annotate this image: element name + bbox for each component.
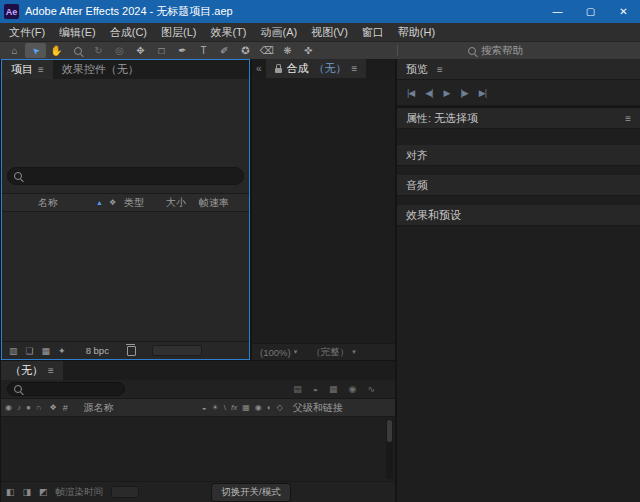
mini-flowchart-icon[interactable]: ▤ [293,384,302,394]
shy-icon[interactable]: ◒ [202,403,207,412]
first-frame-button[interactable]: |◀ [407,88,414,98]
panel-menu-icon[interactable]: ≡ [352,63,358,74]
preview-title: 预览 [406,62,428,77]
frame-blend-icon[interactable]: ▦ [329,384,338,394]
menu-layer[interactable]: 图层(L) [154,25,203,40]
effects-presets-panel-header[interactable]: 效果和预设 [397,205,640,226]
right-panel-empty-area [397,226,640,502]
menu-help[interactable]: 帮助(H) [391,25,442,40]
panel-menu-icon[interactable]: ≡ [38,64,44,75]
preview-transport: |◀ ◀| ▶ |▶ ▶| [397,80,640,106]
shape-tool-icon[interactable]: □ [151,43,172,58]
tab-composition[interactable]: 合成 （无） ≡ [266,59,367,78]
index-column-icon[interactable]: # [63,403,68,413]
type-tool-icon[interactable]: T [193,43,214,58]
minimize-button[interactable]: — [541,0,574,23]
column-type[interactable]: 类型 [124,196,144,210]
solo-icon[interactable]: ● [26,403,31,412]
lock-icon[interactable]: ∩ [36,403,42,412]
toggle-switches-modes-button[interactable]: 切换开关/模式 [211,483,291,502]
tab-overflow-icon[interactable]: « [252,59,266,78]
video-icon[interactable]: ◉ [5,403,12,412]
preview-panel-header[interactable]: 预览 ≡ [397,59,640,80]
interpret-footage-icon[interactable]: ▥ [9,346,18,356]
resolution-dropdown[interactable]: （完整） ▾ [311,346,356,359]
search-help-box[interactable]: 搜索帮助 [468,42,523,59]
next-frame-button[interactable]: |▶ [460,88,467,98]
align-panel-header[interactable]: 对齐 [397,145,640,166]
menu-file[interactable]: 文件(F) [2,25,52,40]
sort-ascending-icon[interactable]: ▲ [96,199,103,206]
quality-icon[interactable]: \ [224,403,226,412]
close-button[interactable]: ✕ [607,0,640,23]
frame-blend-icon[interactable]: ▦ [242,403,250,412]
pan-behind-tool-icon[interactable]: ✥ [130,43,151,58]
brush-tool-icon[interactable]: ✐ [214,43,235,58]
vertical-scrollbar[interactable] [386,419,393,479]
menu-composition[interactable]: 合成(C) [103,25,154,40]
motion-blur-icon[interactable]: ◉ [255,403,262,412]
pen-tool-icon[interactable]: ✒ [172,43,193,58]
app-icon: Ae [4,4,19,19]
selection-tool-icon[interactable]: ➤ [25,43,46,58]
expand-in-out-icon[interactable]: ◩ [39,487,48,497]
menu-view[interactable]: 视图(V) [304,25,355,40]
graph-editor-icon[interactable]: ∿ [367,384,375,394]
audio-icon[interactable]: ♪ [17,403,21,412]
previous-frame-button[interactable]: ◀| [425,88,432,98]
magnification-dropdown[interactable]: (100%) ▾ [260,347,297,358]
home-icon[interactable]: ⌂ [4,43,25,58]
panel-menu-icon[interactable]: ≡ [625,113,631,124]
scrollbar-thumb[interactable] [387,420,392,442]
shy-icon[interactable]: ◒ [313,384,318,394]
tab-timeline[interactable]: （无） ≡ [1,361,63,380]
adjustment-layer-icon[interactable]: ◐ [267,403,272,412]
clone-stamp-tool-icon[interactable]: ✪ [235,43,256,58]
properties-panel-header[interactable]: 属性: 无选择项 ≡ [397,108,640,129]
effects-presets-title: 效果和预设 [406,208,461,223]
timeline-search-input[interactable] [7,382,125,396]
project-settings-icon[interactable]: ✦ [58,346,66,356]
menu-window[interactable]: 窗口 [355,25,391,40]
menu-effect[interactable]: 效果(T) [203,25,253,40]
delete-icon[interactable] [127,346,136,356]
project-search-input[interactable] [7,167,244,185]
project-item-list[interactable] [2,212,249,341]
color-depth-button[interactable]: 8 bpc [86,345,109,356]
new-folder-icon[interactable]: ❏ [26,346,34,356]
panel-menu-icon[interactable]: ≡ [437,64,443,75]
menu-edit[interactable]: 编辑(E) [52,25,103,40]
expand-layer-switches-icon[interactable]: ◧ [6,487,15,497]
expand-transfer-controls-icon[interactable]: ◨ [23,487,32,497]
orbit-camera-tool-icon[interactable]: ↻ [88,43,109,58]
maximize-button[interactable]: ▢ [574,0,607,23]
zoom-tool-icon[interactable] [67,43,88,58]
audio-panel-header[interactable]: 音频 [397,175,640,196]
effects-icon[interactable]: fx [231,403,237,412]
motion-blur-icon[interactable]: ◉ [349,384,357,394]
menu-animation[interactable]: 动画(A) [254,25,305,40]
column-parent-link[interactable]: 父级和链接 [293,401,343,415]
camera-tool-icon[interactable]: ◎ [109,43,130,58]
composition-viewport[interactable] [252,78,395,343]
tab-effect-controls[interactable]: 效果控件（无） [53,60,148,79]
panel-menu-icon[interactable]: ≡ [48,365,54,376]
column-size[interactable]: 大小 [166,196,186,210]
eraser-tool-icon[interactable]: ⌫ [256,43,277,58]
column-name[interactable]: 名称 [38,196,58,210]
timeline-layer-area[interactable] [1,417,395,481]
column-source-name[interactable]: 源名称 [84,401,114,415]
3d-layer-icon[interactable]: ◇ [277,403,283,412]
roto-brush-tool-icon[interactable]: ❋ [277,43,298,58]
new-composition-icon[interactable]: ▦ [42,346,51,356]
viewer-lock-icon[interactable] [275,68,282,73]
label-column-icon[interactable]: ❖ [50,403,57,412]
hand-tool-icon[interactable]: ✋ [46,43,67,58]
column-frame-rate[interactable]: 帧速率 [199,196,229,210]
label-column-icon[interactable]: ❖ [109,198,116,207]
puppet-tool-icon[interactable]: ✜ [298,43,319,58]
play-button[interactable]: ▶ [444,88,450,98]
last-frame-button[interactable]: ▶| [479,88,486,98]
tab-project[interactable]: 项目 ≡ [2,60,53,79]
collapse-transformations-icon[interactable]: ☀ [212,403,219,412]
